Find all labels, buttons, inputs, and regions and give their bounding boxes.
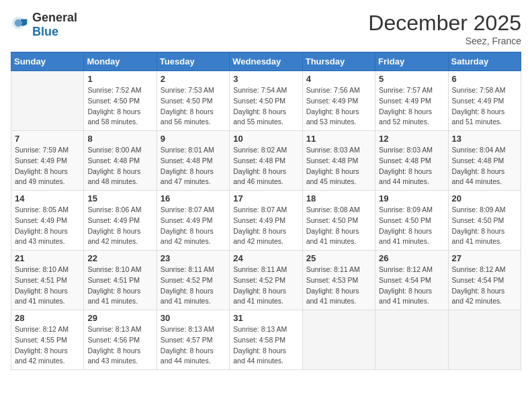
logo-text-blue: Blue (32, 25, 58, 38)
day-info: Sunrise: 7:57 AMSunset: 4:49 PMDaylight:… (379, 85, 444, 128)
day-info: Sunrise: 8:12 AMSunset: 4:54 PMDaylight:… (452, 265, 517, 307)
calendar-cell: 2Sunrise: 7:53 AMSunset: 4:50 PMDaylight… (157, 71, 229, 131)
column-header-monday: Monday (84, 52, 157, 71)
day-number: 31 (233, 313, 298, 323)
calendar-cell: 6Sunrise: 7:58 AMSunset: 4:49 PMDaylight… (448, 71, 521, 131)
calendar-cell: 17Sunrise: 8:07 AMSunset: 4:49 PMDayligh… (230, 191, 302, 250)
day-info: Sunrise: 8:05 AMSunset: 4:49 PMDaylight:… (15, 205, 80, 247)
day-number: 21 (15, 253, 80, 263)
page-header: General Blue December 2025 Seez, France (11, 11, 521, 46)
day-number: 12 (379, 134, 444, 144)
calendar-cell: 4Sunrise: 7:56 AMSunset: 4:49 PMDaylight… (302, 71, 375, 131)
calendar-cell: 9Sunrise: 8:01 AMSunset: 4:48 PMDaylight… (157, 131, 229, 191)
calendar-cell: 29Sunrise: 8:13 AMSunset: 4:56 PMDayligh… (84, 310, 157, 370)
day-info: Sunrise: 8:09 AMSunset: 4:50 PMDaylight:… (379, 205, 444, 247)
calendar-week-2: 7Sunrise: 7:59 AMSunset: 4:49 PMDaylight… (11, 131, 521, 191)
day-info: Sunrise: 8:13 AMSunset: 4:57 PMDaylight:… (161, 324, 226, 367)
calendar-cell: 30Sunrise: 8:13 AMSunset: 4:57 PMDayligh… (157, 310, 229, 370)
calendar-cell: 5Sunrise: 7:57 AMSunset: 4:49 PMDaylight… (375, 71, 448, 131)
calendar-cell: 7Sunrise: 7:59 AMSunset: 4:49 PMDaylight… (11, 131, 84, 191)
day-number: 19 (379, 193, 444, 203)
calendar-cell: 25Sunrise: 8:11 AMSunset: 4:53 PMDayligh… (302, 250, 375, 310)
calendar-cell: 8Sunrise: 8:00 AMSunset: 4:48 PMDaylight… (84, 131, 157, 191)
day-info: Sunrise: 8:04 AMSunset: 4:48 PMDaylight:… (452, 145, 517, 187)
day-info: Sunrise: 7:58 AMSunset: 4:49 PMDaylight:… (452, 85, 517, 128)
logo: General Blue (11, 11, 77, 39)
month-title: December 2025 (368, 11, 521, 36)
day-info: Sunrise: 8:07 AMSunset: 4:49 PMDaylight:… (233, 205, 298, 247)
day-info: Sunrise: 8:11 AMSunset: 4:52 PMDaylight:… (233, 265, 298, 307)
day-info: Sunrise: 8:11 AMSunset: 4:53 PMDaylight:… (306, 265, 371, 307)
day-info: Sunrise: 8:08 AMSunset: 4:50 PMDaylight:… (306, 205, 371, 247)
day-number: 7 (15, 134, 80, 144)
column-header-tuesday: Tuesday (157, 52, 229, 71)
day-info: Sunrise: 7:54 AMSunset: 4:50 PMDaylight:… (233, 85, 298, 128)
day-number: 26 (379, 253, 444, 263)
calendar-cell: 12Sunrise: 8:03 AMSunset: 4:48 PMDayligh… (375, 131, 448, 191)
day-number: 15 (87, 193, 152, 203)
calendar-cell: 20Sunrise: 8:09 AMSunset: 4:50 PMDayligh… (448, 191, 521, 250)
day-number: 5 (379, 74, 444, 84)
day-info: Sunrise: 8:07 AMSunset: 4:49 PMDaylight:… (161, 205, 226, 247)
calendar-cell: 21Sunrise: 8:10 AMSunset: 4:51 PMDayligh… (11, 250, 84, 310)
day-number: 25 (306, 253, 371, 263)
calendar-cell: 11Sunrise: 8:03 AMSunset: 4:48 PMDayligh… (302, 131, 375, 191)
calendar-cell: 28Sunrise: 8:12 AMSunset: 4:55 PMDayligh… (11, 310, 84, 370)
day-number: 30 (161, 313, 226, 323)
calendar-table: SundayMondayTuesdayWednesdayThursdayFrid… (11, 52, 521, 370)
calendar-cell: 1Sunrise: 7:52 AMSunset: 4:50 PMDaylight… (84, 71, 157, 131)
calendar-cell: 22Sunrise: 8:10 AMSunset: 4:51 PMDayligh… (84, 250, 157, 310)
calendar-cell: 16Sunrise: 8:07 AMSunset: 4:49 PMDayligh… (157, 191, 229, 250)
calendar-cell: 18Sunrise: 8:08 AMSunset: 4:50 PMDayligh… (302, 191, 375, 250)
day-number: 4 (306, 74, 371, 84)
day-number: 18 (306, 193, 371, 203)
calendar-cell: 3Sunrise: 7:54 AMSunset: 4:50 PMDaylight… (230, 71, 302, 131)
calendar-week-5: 28Sunrise: 8:12 AMSunset: 4:55 PMDayligh… (11, 310, 521, 370)
day-info: Sunrise: 7:59 AMSunset: 4:49 PMDaylight:… (15, 145, 80, 187)
day-number: 14 (15, 193, 80, 203)
day-number: 27 (452, 253, 517, 263)
column-header-thursday: Thursday (302, 52, 375, 71)
column-header-saturday: Saturday (448, 52, 521, 71)
day-number: 29 (87, 313, 152, 323)
day-info: Sunrise: 7:53 AMSunset: 4:50 PMDaylight:… (161, 85, 226, 128)
day-number: 16 (161, 193, 226, 203)
day-info: Sunrise: 7:52 AMSunset: 4:50 PMDaylight:… (87, 85, 152, 128)
day-number: 11 (306, 134, 371, 144)
day-info: Sunrise: 8:13 AMSunset: 4:58 PMDaylight:… (233, 324, 298, 367)
day-info: Sunrise: 8:03 AMSunset: 4:48 PMDaylight:… (379, 145, 444, 187)
calendar-cell: 13Sunrise: 8:04 AMSunset: 4:48 PMDayligh… (448, 131, 521, 191)
column-header-friday: Friday (375, 52, 448, 71)
day-info: Sunrise: 8:11 AMSunset: 4:52 PMDaylight:… (161, 265, 226, 307)
calendar-cell: 15Sunrise: 8:06 AMSunset: 4:49 PMDayligh… (84, 191, 157, 250)
calendar-cell: 10Sunrise: 8:02 AMSunset: 4:48 PMDayligh… (230, 131, 302, 191)
column-header-sunday: Sunday (11, 52, 84, 71)
calendar-cell (302, 310, 375, 370)
day-info: Sunrise: 8:09 AMSunset: 4:50 PMDaylight:… (452, 205, 517, 247)
day-number: 3 (233, 74, 298, 84)
location: Seez, France (368, 36, 521, 46)
calendar-cell: 19Sunrise: 8:09 AMSunset: 4:50 PMDayligh… (375, 191, 448, 250)
day-info: Sunrise: 8:12 AMSunset: 4:54 PMDaylight:… (379, 265, 444, 307)
title-area: December 2025 Seez, France (368, 11, 521, 46)
day-number: 8 (87, 134, 152, 144)
day-number: 1 (87, 74, 152, 84)
calendar-cell (448, 310, 521, 370)
day-number: 13 (452, 134, 517, 144)
day-number: 28 (15, 313, 80, 323)
calendar-cell (375, 310, 448, 370)
calendar-cell: 27Sunrise: 8:12 AMSunset: 4:54 PMDayligh… (448, 250, 521, 310)
calendar-week-1: 1Sunrise: 7:52 AMSunset: 4:50 PMDaylight… (11, 71, 521, 131)
logo-text-general: General (32, 11, 77, 24)
day-number: 20 (452, 193, 517, 203)
day-info: Sunrise: 8:00 AMSunset: 4:48 PMDaylight:… (87, 145, 152, 187)
logo-icon (11, 15, 30, 34)
day-info: Sunrise: 8:12 AMSunset: 4:55 PMDaylight:… (15, 324, 80, 367)
calendar-cell: 23Sunrise: 8:11 AMSunset: 4:52 PMDayligh… (157, 250, 229, 310)
calendar-header-row: SundayMondayTuesdayWednesdayThursdayFrid… (11, 52, 521, 71)
day-number: 22 (87, 253, 152, 263)
calendar-cell (11, 71, 84, 131)
day-number: 23 (161, 253, 226, 263)
calendar-cell: 31Sunrise: 8:13 AMSunset: 4:58 PMDayligh… (230, 310, 302, 370)
day-info: Sunrise: 8:10 AMSunset: 4:51 PMDaylight:… (87, 265, 152, 307)
